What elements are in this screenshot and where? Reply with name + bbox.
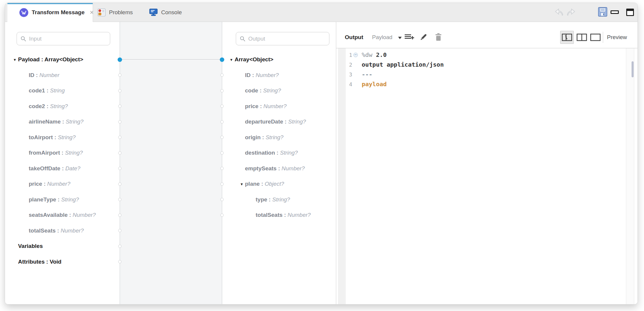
tree-row-code2[interactable]: code2 : String?: [29, 102, 68, 110]
field-name: fromAirport: [29, 150, 60, 156]
mapping-port[interactable]: [118, 214, 121, 217]
tree-row-airlinename[interactable]: airlineName : String?: [29, 118, 84, 126]
output-search[interactable]: Output: [236, 32, 329, 45]
field-name: planeType: [29, 196, 56, 203]
tree-row-origin[interactable]: origin : String?: [245, 134, 283, 141]
mapping-port[interactable]: [118, 198, 121, 201]
mapping-port[interactable]: [220, 167, 224, 170]
mapping-port[interactable]: [118, 105, 121, 108]
field-name: totalSeats: [256, 212, 283, 218]
mapping-port[interactable]: [118, 245, 121, 248]
field-type: String?: [266, 134, 283, 140]
expander-icon[interactable]: ▼: [240, 180, 245, 188]
tree-row-price[interactable]: price : Number?: [245, 102, 286, 110]
mapping-port[interactable]: [220, 214, 224, 217]
tree-row-variables[interactable]: Variables: [18, 242, 43, 250]
fold-collapse-icon[interactable]: [353, 53, 358, 57]
field-type: Number?: [73, 212, 96, 218]
code-line-2[interactable]: 2output application/json: [5, 60, 637, 70]
tree-row-planetype[interactable]: planeType : String?: [29, 196, 79, 203]
field-type: String?: [61, 196, 79, 203]
tab-console[interactable]: Console: [149, 3, 182, 22]
tab-label: Problems: [109, 9, 133, 16]
mapping-port[interactable]: [220, 120, 224, 124]
tree-row-toairport[interactable]: toAirport : String?: [29, 134, 76, 141]
tab-problems[interactable]: Problems: [97, 3, 133, 22]
tree-row-price[interactable]: price : Number?: [29, 180, 70, 188]
preview-toggle[interactable]: Preview: [607, 34, 627, 41]
mapping-port-connected[interactable]: [220, 57, 224, 62]
tree-row-totalseats[interactable]: totalSeats : Number?: [256, 211, 311, 219]
redo-icon[interactable]: [565, 7, 576, 18]
add-target-icon[interactable]: [405, 33, 414, 42]
tree-row-takeoffdate[interactable]: takeOffDate : Date?: [29, 165, 80, 172]
field-separator: :: [267, 196, 272, 203]
mapping-port[interactable]: [220, 136, 224, 139]
tree-row-fromairport[interactable]: fromAirport : String?: [29, 149, 83, 157]
line-number: 4: [343, 79, 352, 89]
field-separator: :: [56, 196, 61, 203]
mapping-port-connected[interactable]: [118, 57, 122, 62]
view-button-source[interactable]: [589, 31, 602, 44]
line-number: 1: [343, 50, 352, 60]
field-separator: :: [275, 150, 280, 156]
code-line-1[interactable]: 1%dw 2.0: [5, 50, 637, 60]
mapping-port[interactable]: [220, 198, 224, 201]
mapping-port[interactable]: [220, 105, 224, 108]
maximize-icon[interactable]: [626, 9, 634, 16]
field-name: type: [256, 196, 267, 203]
mapping-port[interactable]: [118, 229, 121, 232]
code-line-3[interactable]: 3---: [5, 70, 637, 79]
field-type: String?: [50, 103, 68, 109]
field-separator: :: [53, 134, 58, 140]
edit-icon[interactable]: [419, 33, 428, 42]
mapping-port[interactable]: [118, 151, 121, 155]
field-type: Number?: [263, 103, 286, 109]
tree-row-type[interactable]: type : String?: [256, 196, 290, 203]
view-button-split[interactable]: [575, 31, 589, 44]
field-separator: :: [258, 103, 263, 109]
field-separator: :: [60, 150, 65, 156]
tree-row-destination[interactable]: destination : String?: [245, 149, 298, 157]
tab-transform-message[interactable]: Transform Message ✕: [7, 3, 93, 22]
mapping-port[interactable]: [118, 136, 121, 139]
mapping-port[interactable]: [220, 73, 224, 77]
mapping-port[interactable]: [220, 89, 224, 92]
mapping-port[interactable]: [118, 167, 121, 170]
mapping-port[interactable]: [118, 73, 121, 77]
close-icon[interactable]: ✕: [89, 9, 94, 16]
field-type: String?: [272, 196, 290, 203]
tree-row-totalseats[interactable]: totalSeats : Number?: [29, 227, 84, 235]
tree-row-emptyseats[interactable]: emptySeats : Number?: [245, 165, 305, 172]
mapping-port[interactable]: [118, 120, 121, 124]
mapping-port[interactable]: [220, 182, 224, 186]
undo-icon[interactable]: [554, 7, 565, 18]
field-type: Void: [50, 259, 62, 265]
code-line-4[interactable]: 4payload: [5, 79, 637, 89]
mapping-port[interactable]: [118, 260, 121, 263]
field-name: seatsAvailable: [29, 212, 68, 218]
view-button-mapping[interactable]: [560, 31, 574, 44]
save-icon[interactable]: [597, 7, 608, 19]
input-search[interactable]: Input: [17, 32, 110, 45]
delete-icon[interactable]: [435, 33, 442, 42]
tree-row-plane[interactable]: ▼plane : Object?: [240, 180, 284, 188]
mapping-port[interactable]: [220, 151, 224, 155]
editor-target-selector[interactable]: Payload: [372, 34, 393, 41]
field-type: Object?: [265, 181, 284, 187]
tree-row-departuredate[interactable]: departureDate : String?: [245, 118, 306, 126]
dropdown-caret-icon[interactable]: [398, 37, 402, 39]
mapping-port[interactable]: [118, 89, 121, 92]
field-type: Number?: [61, 227, 84, 234]
code-text: payload: [362, 79, 387, 89]
field-type: Number?: [288, 212, 311, 218]
mapping-port[interactable]: [118, 182, 121, 186]
tree-row-attributes[interactable]: Attributes : Void: [18, 258, 61, 266]
field-name: emptySeats: [245, 165, 277, 171]
tree-row-seatsavailable[interactable]: seatsAvailable : Number?: [29, 211, 96, 219]
minimize-icon[interactable]: [611, 10, 619, 14]
field-name: totalSeats: [29, 227, 56, 234]
field-name: takeOffDate: [29, 165, 60, 171]
active-tab-stripe: [7, 3, 93, 4]
console-icon: [149, 8, 158, 16]
